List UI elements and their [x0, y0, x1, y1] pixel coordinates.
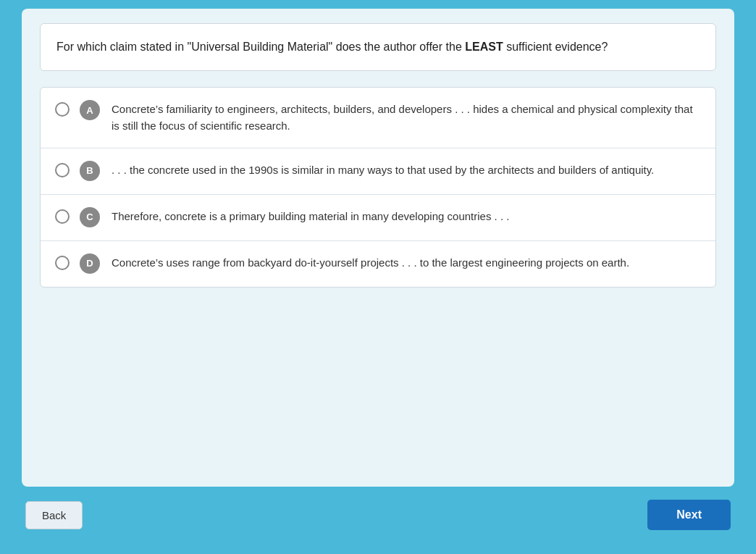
answers-box: A Concrete’s familiarity to engineers, a… — [40, 87, 716, 288]
badge-b: B — [80, 161, 100, 181]
answer-text-c: Therefore, concrete is a primary buildin… — [112, 208, 701, 224]
radio-c[interactable] — [55, 209, 70, 224]
question-suffix: sufficient evidence? — [503, 41, 608, 53]
question-box: For which claim stated in "Universal Bui… — [40, 23, 716, 71]
radio-b[interactable] — [55, 163, 70, 177]
radio-a[interactable] — [55, 102, 70, 117]
question-prefix: For which claim stated in "Universal Bui… — [56, 41, 465, 53]
answer-text-d: Concrete’s uses range from backyard do-i… — [112, 254, 701, 271]
badge-c: C — [80, 207, 100, 227]
radio-d[interactable] — [55, 256, 70, 270]
answer-row-a[interactable]: A Concrete’s familiarity to engineers, a… — [41, 88, 715, 148]
answer-row-c[interactable]: C Therefore, concrete is a primary build… — [41, 195, 715, 241]
question-highlight: LEAST — [465, 41, 503, 53]
footer-bar: Back Next — [22, 500, 734, 530]
back-button[interactable]: Back — [25, 501, 83, 529]
answer-row-d[interactable]: D Concrete’s uses range from backyard do… — [41, 241, 715, 287]
badge-a: A — [80, 100, 100, 120]
next-button[interactable]: Next — [647, 500, 731, 530]
answer-text-b: . . . the concrete used in the 1990s is … — [112, 161, 701, 178]
answer-row-b[interactable]: B . . . the concrete used in the 1990s i… — [41, 148, 715, 195]
badge-d: D — [80, 253, 100, 274]
top-bar — [0, 0, 756, 9]
answer-text-a: Concrete’s familiarity to engineers, arc… — [112, 101, 701, 135]
main-container: For which claim stated in "Universal Bui… — [22, 9, 734, 487]
question-text: For which claim stated in "Universal Bui… — [56, 38, 700, 56]
